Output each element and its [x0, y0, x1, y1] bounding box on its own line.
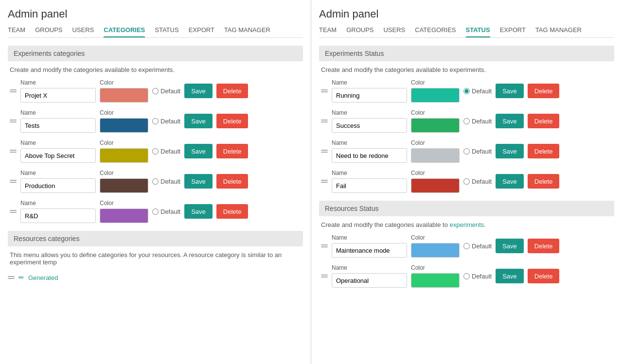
nav-tagmanager-right[interactable]: TAG MANAGER [535, 26, 582, 37]
drag-handle-running[interactable] [321, 89, 328, 92]
name-label-r3: Name [332, 139, 407, 146]
resources-categories-desc: This menu allows you to define categorie… [8, 251, 303, 266]
resources-status-section: Resources Status Create and modify the c… [319, 201, 614, 288]
left-panel: Admin panel TEAM GROUPS USERS CATEGORIES… [0, 0, 311, 364]
save-button-need-redone[interactable]: Save [496, 144, 524, 158]
nav-status-left[interactable]: STATUS [155, 26, 178, 37]
name-input-fail[interactable] [332, 178, 407, 193]
color-swatch-maintenance[interactable] [411, 243, 460, 258]
default-radio-rd[interactable]: Default [152, 208, 180, 215]
drag-handle-production[interactable] [10, 180, 17, 183]
name-input-operational[interactable] [332, 273, 407, 288]
default-radio-projet-x[interactable]: Default [152, 87, 180, 95]
name-label-2: Name [20, 109, 96, 116]
name-input-running[interactable] [332, 88, 407, 103]
nav-categories-left[interactable]: CATEGORIES [104, 26, 145, 37]
nav-groups-right[interactable]: GROUPS [346, 26, 373, 37]
name-label-res1: Name [332, 234, 407, 241]
color-swatch-need-redone[interactable] [411, 148, 460, 163]
color-swatch-projet-x[interactable] [100, 88, 148, 103]
default-radio-need-redone[interactable]: Default [463, 148, 492, 155]
delete-button-operational[interactable]: Delete [528, 269, 560, 283]
drag-handle-projet-x[interactable] [10, 89, 17, 92]
nav-status-right[interactable]: STATUS [466, 26, 490, 37]
color-swatch-tests[interactable] [100, 118, 148, 133]
name-input-above-top-secret[interactable] [20, 148, 96, 163]
delete-button-production[interactable]: Delete [216, 174, 249, 189]
drag-handle-need-redone[interactable] [321, 150, 328, 153]
drag-handle-success[interactable] [321, 120, 328, 122]
default-radio-maintenance[interactable]: Default [463, 243, 492, 250]
default-radio-running[interactable]: Default [463, 87, 492, 95]
status-row-running: Name Color Default Save Delete [319, 79, 614, 103]
color-swatch-above-top-secret[interactable] [100, 148, 148, 163]
category-row-tests: Name Color Default Save Delete [8, 109, 303, 133]
drag-handle-operational[interactable] [321, 275, 328, 277]
nav-team-right[interactable]: TEAM [319, 26, 337, 37]
default-radio-production[interactable]: Default [152, 178, 180, 185]
default-radio-operational[interactable]: Default [463, 273, 492, 280]
delete-button-need-redone[interactable]: Delete [528, 144, 560, 158]
name-input-production[interactable] [20, 178, 96, 193]
name-label-r4: Name [332, 170, 407, 176]
drag-handle-above-top-secret[interactable] [10, 150, 17, 153]
save-button-above-top-secret[interactable]: Save [184, 144, 213, 158]
save-button-projet-x[interactable]: Save [184, 84, 213, 98]
nav-categories-right[interactable]: CATEGORIES [415, 26, 456, 37]
name-input-maintenance[interactable] [332, 243, 407, 258]
save-button-fail[interactable]: Save [496, 174, 524, 189]
delete-button-success[interactable]: Delete [528, 114, 560, 128]
save-button-maintenance[interactable]: Save [496, 239, 524, 253]
nav-export-left[interactable]: EXPORT [189, 26, 214, 37]
color-swatch-running[interactable] [411, 88, 460, 103]
name-input-projet-x[interactable] [20, 88, 96, 103]
nav-users-right[interactable]: USERS [383, 26, 405, 37]
nav-export-right[interactable]: EXPORT [500, 26, 526, 37]
drag-handle-tests[interactable] [10, 120, 17, 122]
resource-label-generated: Generated [28, 274, 58, 281]
color-swatch-production[interactable] [100, 178, 148, 193]
save-button-production[interactable]: Save [184, 174, 213, 189]
delete-button-above-top-secret[interactable]: Delete [216, 144, 249, 158]
name-label-r2: Name [332, 109, 407, 116]
default-radio-above-top-secret[interactable]: Default [152, 148, 180, 155]
delete-button-tests[interactable]: Delete [216, 114, 249, 128]
color-swatch-fail[interactable] [411, 178, 460, 193]
delete-button-fail[interactable]: Delete [528, 174, 560, 189]
resource-status-row-operational: Name Color Default Save Delete [319, 264, 614, 288]
color-swatch-success[interactable] [411, 118, 460, 133]
drag-handle-rd[interactable] [10, 210, 17, 213]
nav-tagmanager-left[interactable]: TAG MANAGER [224, 26, 270, 37]
name-label-3: Name [20, 139, 96, 146]
name-input-need-redone[interactable] [332, 148, 407, 163]
save-button-rd[interactable]: Save [184, 204, 213, 219]
drag-handle-fail[interactable] [321, 180, 328, 183]
save-button-operational[interactable]: Save [496, 269, 524, 283]
right-panel: Admin panel TEAM GROUPS USERS CATEGORIES… [311, 0, 622, 364]
nav-team-left[interactable]: TEAM [8, 26, 25, 37]
name-input-success[interactable] [332, 118, 407, 133]
left-title: Admin panel [8, 8, 303, 20]
delete-button-maintenance[interactable]: Delete [528, 239, 560, 253]
save-button-success[interactable]: Save [496, 114, 524, 128]
default-radio-success[interactable]: Default [463, 118, 492, 125]
drag-handle-generated[interactable] [8, 276, 15, 279]
default-radio-fail[interactable]: Default [463, 178, 492, 185]
delete-button-running[interactable]: Delete [528, 84, 560, 98]
edit-icon-generated[interactable]: ✏ [18, 274, 24, 281]
nav-users-left[interactable]: USERS [72, 26, 94, 37]
delete-button-rd[interactable]: Delete [216, 204, 249, 219]
default-radio-tests[interactable]: Default [152, 118, 180, 125]
color-label-r3: Color [411, 139, 460, 146]
name-input-tests[interactable] [20, 118, 96, 133]
save-button-running[interactable]: Save [496, 84, 524, 98]
name-label-r1: Name [332, 79, 407, 86]
color-swatch-operational[interactable] [411, 273, 460, 288]
experiments-link[interactable]: experiments [450, 221, 484, 228]
save-button-tests[interactable]: Save [184, 114, 213, 128]
name-input-rd[interactable] [20, 208, 96, 223]
nav-groups-left[interactable]: GROUPS [35, 26, 62, 37]
color-swatch-rd[interactable] [100, 208, 148, 223]
drag-handle-maintenance[interactable] [321, 244, 328, 247]
delete-button-projet-x[interactable]: Delete [216, 84, 249, 98]
